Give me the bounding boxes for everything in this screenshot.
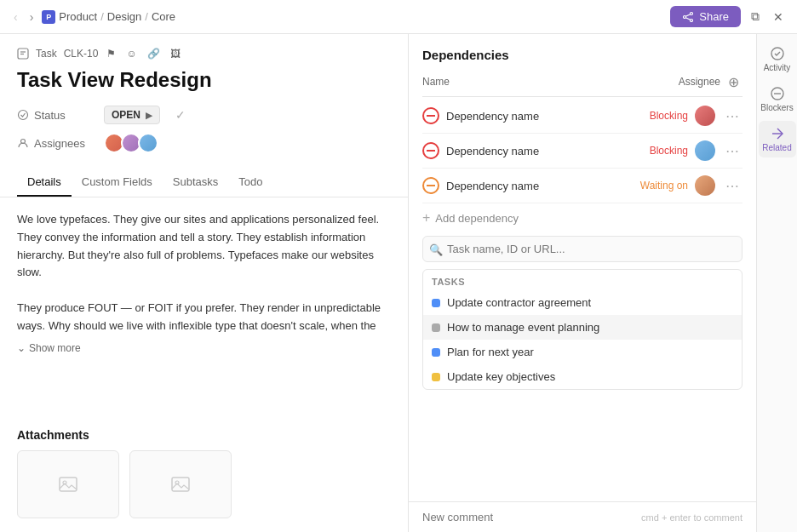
content-area: We love typefaces. They give our sites a…	[0, 197, 408, 428]
attachments-grid	[17, 450, 391, 518]
dep-blocking-icon-2	[422, 142, 439, 159]
dep-more-button-3[interactable]: ⋯	[722, 178, 743, 194]
tasks-section-label: TASKS	[423, 270, 742, 290]
search-input[interactable]	[422, 236, 743, 262]
breadcrumb-product[interactable]: Product	[59, 10, 97, 23]
task-dot-3	[432, 348, 440, 357]
status-badge[interactable]: OPEN ▶	[104, 106, 160, 124]
activity-icon	[770, 46, 785, 61]
add-dep-label: Add dependency	[435, 212, 519, 225]
add-icon: +	[422, 210, 430, 226]
svg-point-0	[691, 12, 693, 14]
tab-todo[interactable]: Todo	[228, 169, 272, 197]
status-icon	[17, 109, 29, 121]
tab-subtasks[interactable]: Subtasks	[163, 169, 228, 197]
sidebar-related[interactable]: Related	[759, 121, 796, 157]
task-meta-label: Task	[36, 48, 57, 60]
image-placeholder-icon-1	[58, 474, 78, 495]
sidebar-activity[interactable]: Activity	[759, 41, 796, 77]
description-text: We love typefaces. They give our sites a…	[17, 211, 391, 335]
comment-input[interactable]	[422, 511, 641, 523]
app-icon: P	[42, 10, 55, 24]
status-row: Status OPEN ▶ ✓	[0, 106, 408, 124]
dependencies-title: Dependencies	[422, 48, 743, 62]
dep-assignee-avatar-2	[695, 140, 715, 161]
dependencies-panel: Dependencies Name Assignee ⊕ Dependency …	[409, 34, 756, 501]
svg-point-2	[691, 19, 693, 21]
dep-assignee-avatar-1	[695, 106, 715, 126]
close-button[interactable]: ✕	[770, 7, 787, 27]
emoji-button[interactable]: ☺	[124, 48, 138, 60]
blockers-icon	[770, 86, 785, 101]
tab-custom-fields[interactable]: Custom Fields	[72, 169, 163, 197]
share-label: Share	[699, 10, 729, 23]
sidebar-blockers[interactable]: Blockers	[759, 81, 796, 117]
share-button[interactable]: Share	[670, 6, 741, 27]
dep-status-3: Waiting on	[640, 180, 688, 192]
task-name-1: Update contractor agreement	[447, 296, 591, 309]
comment-hint: cmd + enter to comment	[641, 512, 743, 523]
task-dropdown: TASKS Update contractor agreement How to…	[422, 269, 743, 390]
tab-bar: Details Custom Fields Subtasks Todo	[0, 169, 408, 197]
search-box: 🔍	[422, 236, 743, 262]
breadcrumb-core[interactable]: Core	[152, 10, 175, 23]
comment-area: cmd + enter to comment	[409, 501, 756, 532]
add-dep-header-button[interactable]: ⊕	[724, 72, 743, 91]
back-button[interactable]: ‹	[10, 9, 21, 26]
task-name-3: Plan for next year	[447, 346, 534, 358]
dep-col-assignee: Assignee	[652, 76, 720, 88]
breadcrumb-sep-2: /	[145, 10, 148, 23]
breadcrumb-design[interactable]: Design	[107, 10, 141, 23]
resize-button[interactable]: ⧉	[748, 6, 763, 27]
breadcrumb: P Product / Design / Core	[42, 10, 175, 24]
status-check-icon[interactable]: ✓	[175, 108, 186, 122]
svg-point-17	[771, 48, 783, 60]
status-field-label: Status	[17, 109, 94, 122]
dep-more-button-2[interactable]: ⋯	[722, 143, 743, 159]
dep-status-1: Blocking	[650, 110, 688, 122]
attachment-1[interactable]	[17, 450, 119, 518]
link-button[interactable]: 🔗	[146, 48, 162, 60]
status-arrow-icon: ▶	[146, 111, 152, 120]
dep-col-name: Name	[422, 76, 652, 88]
svg-line-4	[686, 17, 691, 20]
related-icon	[770, 126, 785, 141]
flag-button[interactable]: ⚑	[105, 48, 118, 60]
task-name-4: Update key objectives	[447, 370, 555, 383]
task-meta: Task CLK-10 ⚑ ☺ 🔗 🖼	[17, 48, 391, 60]
search-icon: 🔍	[429, 243, 443, 255]
task-meta-icon	[17, 48, 29, 60]
status-label: Status	[34, 109, 66, 122]
assignees-label: Assignees	[34, 137, 85, 150]
task-item-4[interactable]: Update key objectives	[423, 364, 742, 389]
assignees-field-label: Assignees	[17, 137, 94, 150]
task-dot-1	[432, 299, 440, 307]
task-item-1[interactable]: Update contractor agreement	[423, 290, 742, 315]
task-item-3[interactable]: Plan for next year	[423, 340, 742, 364]
show-more-label: Show more	[29, 342, 81, 354]
dep-row-2: Dependency name Blocking ⋯	[422, 134, 743, 169]
image-button[interactable]: 🖼	[169, 48, 182, 60]
task-item-2[interactable]: How to manage event planning	[423, 315, 742, 340]
attachments-section: Attachments	[0, 428, 408, 532]
task-name-2: How to manage event planning	[447, 321, 599, 334]
svg-point-1	[684, 15, 686, 18]
breadcrumb-sep-1: /	[100, 10, 104, 23]
show-more-button[interactable]: ⌄ Show more	[17, 342, 81, 354]
tab-details[interactable]: Details	[17, 169, 72, 197]
avatar-3[interactable]	[138, 133, 158, 153]
chevron-down-icon: ⌄	[17, 342, 26, 354]
attachment-2[interactable]	[129, 450, 232, 518]
dep-name-3: Dependency name	[446, 180, 640, 192]
dep-more-button-1[interactable]: ⋯	[722, 108, 743, 124]
svg-point-8	[19, 111, 28, 120]
blockers-label: Blockers	[760, 103, 793, 112]
assignee-avatars[interactable]	[104, 133, 155, 153]
assignee-icon	[17, 137, 29, 149]
task-title: Task View Redesign	[17, 68, 391, 92]
dep-table-header: Name Assignee ⊕	[422, 72, 743, 97]
forward-button[interactable]: ›	[26, 9, 37, 26]
dep-assignee-avatar-3	[695, 175, 715, 196]
add-dependency-row[interactable]: + Add dependency	[422, 203, 743, 232]
task-id: CLK-10	[64, 48, 99, 60]
